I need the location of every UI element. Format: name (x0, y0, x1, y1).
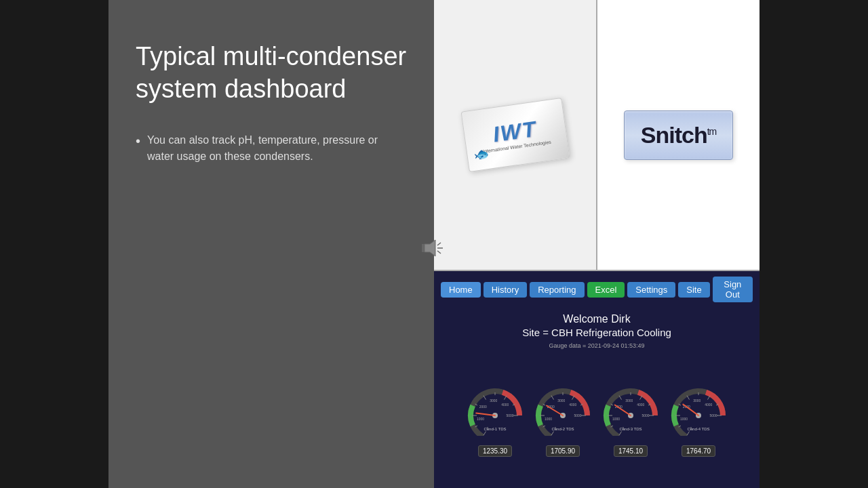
gauge-svg-2: 010002000300040005000 Cond-2 TDS (532, 382, 593, 443)
svg-line-23 (551, 431, 554, 435)
nav-history[interactable]: History (484, 282, 527, 298)
nav-excel[interactable]: Excel (587, 282, 625, 298)
gauge-1: 010002000300040005000 Cond-1 TDS 1235.30 (465, 382, 526, 457)
svg-line-1 (437, 243, 441, 245)
svg-text:3000: 3000 (625, 399, 633, 403)
svg-text:5000: 5000 (574, 413, 581, 418)
svg-text:4000: 4000 (501, 403, 509, 407)
gauge-svg-4: 010002000300040005000 Cond-4 TDS (668, 382, 729, 443)
svg-text:Cond-1 TDS: Cond-1 TDS (484, 427, 506, 431)
snitch-box: Snitchtm (624, 110, 733, 160)
nav-home[interactable]: Home (441, 282, 481, 298)
svg-line-59 (687, 431, 690, 435)
speaker-icon (422, 239, 448, 258)
gauge-value-2: 1705.90 (546, 445, 580, 457)
iwt-card: IWT International Water Technologies 🐟 (460, 98, 570, 172)
svg-text:4000: 4000 (569, 403, 576, 407)
nav-reporting[interactable]: Reporting (530, 282, 584, 298)
gauge-4: 010002000300040005000 Cond-4 TDS 1764.70 (668, 382, 729, 457)
welcome-text: Welcome Dirk (434, 313, 760, 325)
svg-text:1000: 1000 (680, 417, 688, 421)
svg-line-41 (619, 431, 622, 435)
welcome-area: Welcome Dirk Site = CBH Refrigeration Co… (434, 308, 760, 341)
gauge-value-4: 1764.70 (682, 445, 715, 457)
bullet-dot: • (136, 132, 140, 150)
nav-signout[interactable]: Sign Out (713, 277, 753, 302)
svg-rect-4 (422, 244, 425, 252)
gauge-svg-1: 010002000300040005000 Cond-1 TDS (465, 382, 526, 443)
site-text: Site = CBH Refrigeration Cooling (434, 327, 760, 338)
nav-site[interactable]: Site (678, 282, 709, 298)
svg-line-75 (683, 405, 698, 416)
gauge-svg-3: 010002000300040005000 Cond-3 TDS (600, 382, 661, 443)
speaker-icon-container (422, 239, 448, 258)
svg-text:Cond-4 TDS: Cond-4 TDS (687, 427, 709, 431)
svg-text:2000: 2000 (479, 405, 487, 409)
snitch-logo-panel: Snitchtm (597, 0, 760, 270)
svg-line-5 (484, 431, 486, 435)
fish-icon: 🐟 (473, 146, 490, 163)
svg-line-39 (547, 406, 563, 416)
gauges-area: 010002000300040005000 Cond-1 TDS 1235.30… (434, 350, 760, 488)
svg-text:5000: 5000 (709, 413, 717, 418)
svg-text:4000: 4000 (637, 403, 644, 407)
logos-section: IWT International Water Technologies 🐟 S… (434, 0, 760, 271)
svg-line-57 (615, 405, 631, 416)
svg-text:3000: 3000 (557, 399, 565, 403)
svg-text:5000: 5000 (642, 413, 649, 418)
right-black-panel (760, 0, 868, 488)
iwt-logo-panel: IWT International Water Technologies 🐟 (434, 0, 597, 270)
nav-bar: Home History Reporting Excel Settings Si… (434, 271, 760, 308)
right-panel: IWT International Water Technologies 🐟 S… (434, 0, 760, 488)
svg-line-3 (437, 251, 441, 253)
svg-line-21 (476, 413, 495, 416)
svg-text:5000: 5000 (506, 413, 513, 418)
gauge-2: 010002000300040005000 Cond-2 TDS 1705.90 (532, 382, 593, 457)
bullet-text: You can also track pH, temperature, pres… (147, 132, 407, 165)
snitch-text: Snitchtm (641, 122, 716, 148)
slide-bullet: • You can also track pH, temperature, pr… (136, 132, 407, 165)
svg-text:1000: 1000 (612, 417, 620, 421)
nav-settings[interactable]: Settings (627, 282, 675, 298)
gauge-3: 010002000300040005000 Cond-3 TDS 1745.10 (600, 382, 661, 457)
svg-text:1000: 1000 (545, 417, 552, 421)
svg-text:Cond-3 TDS: Cond-3 TDS (619, 427, 642, 431)
slide-panel: Typical multi-condenser system dashboard… (108, 0, 434, 488)
svg-marker-0 (425, 240, 435, 256)
left-black-panel (0, 0, 108, 488)
svg-text:3000: 3000 (490, 399, 497, 403)
slide-title: Typical multi-condenser system dashboard (136, 41, 407, 105)
svg-text:4000: 4000 (705, 403, 712, 407)
gauge-value-1: 1235.30 (478, 445, 512, 457)
gauge-data-label: Gauge data = 2021-09-24 01:53:49 (434, 341, 760, 350)
snitch-tm: tm (707, 125, 717, 136)
svg-text:3000: 3000 (693, 399, 701, 403)
gauge-value-3: 1745.10 (614, 445, 648, 457)
svg-text:Cond-2 TDS: Cond-2 TDS (551, 427, 574, 431)
svg-text:1000: 1000 (477, 417, 484, 421)
dashboard-section: Home History Reporting Excel Settings Si… (434, 271, 760, 488)
